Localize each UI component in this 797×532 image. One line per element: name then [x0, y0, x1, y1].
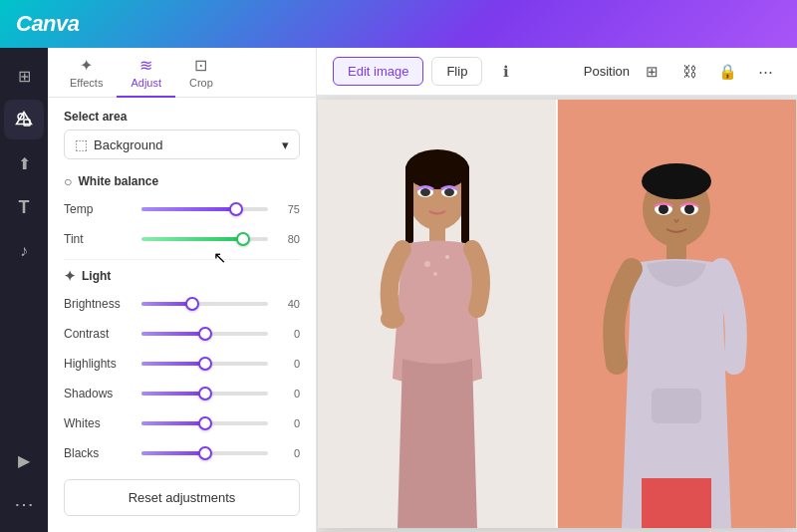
temp-fill	[141, 207, 236, 211]
shadows-slider-row: Shadows 0	[64, 384, 300, 403]
main-area: ⊞ ⬆ T ♪ ▶ ⋯ ✦ Effects ≋ Adjust ⊡	[0, 48, 797, 532]
svg-point-19	[642, 163, 711, 199]
svg-point-12	[381, 309, 404, 329]
brightness-thumb[interactable]	[185, 297, 199, 311]
highlights-label: Highlights	[64, 357, 133, 371]
svg-point-11	[433, 272, 437, 276]
blacks-slider[interactable]	[141, 443, 268, 463]
canvas-area: Edit image Flip ℹ Position ⊞ ⛓ 🔒 ⋯	[317, 48, 797, 532]
svg-point-5	[405, 149, 469, 189]
sidebar-item-grid[interactable]: ⊞	[4, 56, 44, 96]
svg-rect-7	[461, 164, 469, 244]
tint-fill	[141, 237, 243, 241]
white-balance-label: White balance	[78, 174, 158, 188]
svg-point-16	[444, 188, 454, 196]
left-person-svg	[318, 100, 557, 528]
tab-effects-label: Effects	[70, 77, 103, 89]
light-header: ✦ Light	[64, 268, 300, 284]
shadows-label: Shadows	[64, 387, 133, 400]
svg-point-14	[420, 188, 430, 196]
more-icon-button[interactable]: ⋯	[749, 56, 781, 88]
sidebar-item-elements[interactable]	[4, 100, 44, 139]
light-label: Light	[82, 269, 111, 283]
brightness-slider-row: Brightness 40	[64, 294, 300, 314]
highlights-fill	[141, 362, 205, 366]
whites-fill	[141, 421, 205, 425]
contrast-fill	[141, 332, 205, 336]
svg-rect-26	[642, 478, 711, 528]
sidebar-item-text[interactable]: T	[4, 187, 44, 227]
tab-adjust-label: Adjust	[131, 77, 161, 89]
highlights-thumb[interactable]	[198, 357, 212, 371]
image-left-half	[318, 100, 557, 528]
tint-slider[interactable]: ↖	[141, 229, 268, 249]
sidebar-item-more[interactable]: ⋯	[4, 484, 44, 524]
temp-thumb[interactable]	[229, 202, 243, 216]
right-person-svg	[557, 100, 796, 528]
icon-sidebar: ⊞ ⬆ T ♪ ▶ ⋯	[0, 48, 48, 532]
panel-content: Select area ⬚ Background ▾ ○ White balan…	[48, 98, 316, 471]
image-right-half	[557, 100, 796, 528]
tab-adjust[interactable]: ≋ Adjust	[117, 48, 175, 97]
blacks-thumb[interactable]	[198, 446, 212, 460]
shadows-fill	[141, 392, 205, 396]
brightness-slider[interactable]	[141, 294, 268, 314]
svg-point-10	[445, 255, 449, 259]
sidebar-item-video[interactable]: ▶	[4, 440, 44, 480]
whites-value: 0	[276, 417, 300, 429]
blacks-label: Blacks	[64, 446, 133, 460]
tab-effects[interactable]: ✦ Effects	[56, 48, 117, 97]
svg-point-25	[684, 204, 694, 214]
contrast-label: Contrast	[64, 327, 133, 341]
cursor-pointer: ↖	[213, 248, 226, 267]
link-icon-button[interactable]: ⛓	[673, 56, 705, 88]
contrast-thumb[interactable]	[198, 327, 212, 341]
reset-adjustments-button[interactable]: Reset adjustments	[64, 479, 300, 516]
highlights-value: 0	[276, 358, 300, 370]
sidebar-item-music[interactable]: ♪	[4, 231, 44, 271]
lock-icon-button[interactable]: 🔒	[711, 56, 743, 88]
whites-slider-row: Whites 0	[64, 413, 300, 433]
position-label: Position	[584, 64, 630, 79]
temp-slider-row: Temp 75	[64, 199, 300, 219]
white-balance-header: ○ White balance	[64, 173, 300, 189]
select-area-dropdown[interactable]: ⬚ Background ▾	[64, 130, 300, 159]
whites-label: Whites	[64, 416, 133, 430]
topbar: Canva	[0, 0, 797, 48]
svg-rect-21	[652, 389, 701, 423]
dropdown-value: Background	[94, 137, 162, 152]
shadows-thumb[interactable]	[198, 387, 212, 400]
blacks-value: 0	[276, 447, 300, 459]
edit-image-button[interactable]: Edit image	[333, 57, 423, 86]
temp-slider[interactable]	[141, 199, 268, 219]
info-icon-button[interactable]: ℹ	[490, 56, 522, 88]
highlights-slider[interactable]	[141, 354, 268, 374]
tint-label: Tint	[64, 232, 133, 246]
sidebar-item-upload[interactable]: ⬆	[4, 143, 44, 183]
canvas-image[interactable]	[318, 100, 796, 528]
adjust-icon: ≋	[139, 56, 152, 75]
svg-point-9	[424, 261, 430, 267]
whites-slider[interactable]	[141, 413, 268, 433]
grid-icon-button[interactable]: ⊞	[636, 56, 667, 88]
tint-value: 80	[276, 233, 300, 245]
canvas-toolbar: Edit image Flip ℹ Position ⊞ ⛓ 🔒 ⋯	[317, 48, 797, 96]
contrast-slider[interactable]	[141, 324, 268, 344]
tab-crop[interactable]: ⊡ Crop	[175, 48, 227, 97]
tint-thumb[interactable]	[236, 232, 250, 246]
light-icon: ✦	[64, 268, 76, 284]
temp-value: 75	[276, 203, 300, 215]
white-balance-icon: ○	[64, 173, 72, 189]
contrast-slider-row: Contrast 0	[64, 324, 300, 344]
tabs-bar: ✦ Effects ≋ Adjust ⊡ Crop	[48, 48, 316, 98]
whites-thumb[interactable]	[198, 416, 212, 430]
image-split-line	[556, 100, 558, 528]
tab-crop-label: Crop	[189, 77, 213, 89]
divider-1	[64, 259, 300, 260]
highlights-slider-row: Highlights 0	[64, 354, 300, 374]
svg-point-23	[659, 204, 668, 214]
brightness-value: 40	[276, 298, 300, 310]
flip-button[interactable]: Flip	[431, 57, 482, 86]
canva-logo: Canva	[16, 11, 80, 37]
shadows-slider[interactable]	[141, 384, 268, 403]
